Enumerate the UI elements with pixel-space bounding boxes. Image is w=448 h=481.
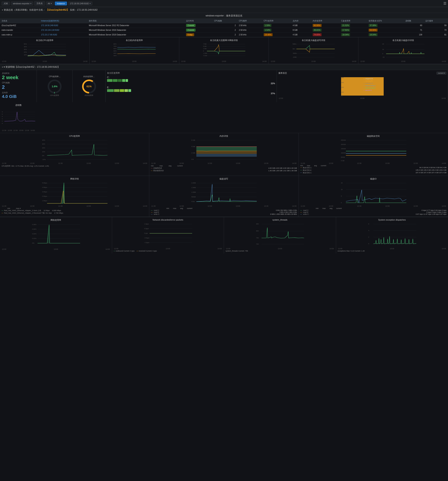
svg-text:20: 20 [382,43,384,45]
svg-text:62: 62 [2,118,3,119]
net-util-title: 网络使用率 [1,219,110,222]
stats-panel: 启动时长 2 week CPU核数 2 总内存 4.0 GiB [0,70,37,102]
diskrw-overview-title: 各主机最大磁盘读写详情 [270,39,357,42]
svg-text:0.5pps: 0.5pps [144,228,149,229]
cell-cpu-freq: 2.50 kHz [237,32,262,37]
svg-text:68: 68 [2,111,3,112]
diskio-overview-xaxis: 12:0013:0014:00 [360,60,447,62]
col-processes: 进程数 [404,19,424,23]
col-cpu-cores: CPU核数 [213,19,237,23]
svg-text:2 Mbps: 2 Mbps [42,195,47,197]
cpu-detail-legend: CPU使用率: Min: -0.7% Max: 30.9% Avg: 1.2% … [1,165,147,167]
svg-text:140: 140 [341,82,344,83]
partition-panel: 各分区使用率 C: 22% E: 37% [106,70,277,102]
mem-overview-svg: 80% 70% 60% 50% 40% 30% [91,43,178,60]
svg-text:250GB: 250GB [341,139,346,141]
diskrw-overview-svg: 5MB/s 0B/s -5MB/s -10MB [270,43,357,60]
cell-hostname: cass-mdm-p [0,32,39,37]
disk-free-legend-3: —剩余空间 C: 107.4 GB 107.4 GB 107.4 GB 107.… [300,172,447,174]
svg-text:750: 750 [256,237,259,239]
section1-header-text: 资源总览（关联JOB项）当前选中主机： [4,8,45,12]
job-button[interactable]: JOB [1,1,10,5]
disk-free-title: 磁盘剩余空间 [300,135,447,138]
cpu-cores-value: 2 [2,84,35,90]
instance-button[interactable]: instance [55,1,67,5]
sys-threads-xaxis: 12:0013:0014:00 [225,248,334,250]
net-overview-chart: 各主机最大流量网卡网络详情 7.5M 5.0M 2.5M 0 -2.5M -5.… [179,37,269,64]
cpu-gauge-title: CPU使用率... [49,75,60,78]
svg-text:50%: 50% [24,43,27,45]
svg-text:4 GiB: 4 GiB [191,146,195,147]
cell-os: Microsoft Windows Server 2016 Datacenter [87,28,185,32]
section1-header: ▾ 资源总览（关联JOB项）当前选中主机： 【iZozz1np2tdr45Z】 … [0,7,448,13]
service-dropdown[interactable]: current ▾ [437,72,446,75]
svg-text:5.0M: 5.0M [203,45,206,47]
ram-label: 总内存 [2,91,35,94]
detail-section-header: ▾ ▾ 资源明细【iZozz1np2tdr45Z：172.18.50.249:9… [0,64,448,70]
network-chart: 网络详情 5 Mbps 4 Mbps 3 Mbps 2 Mbps 1 Mbps … [0,176,149,217]
processes-title: 进程数 [1,104,35,107]
partition-c-pct: 22% [107,82,275,84]
service-xaxis: 12:0013:0014:00 [278,97,447,99]
service-state-title: 服务状态 [278,72,287,75]
svg-text:5MB/s: 5MB/s [293,43,296,45]
cell-instance[interactable]: 172.19.134.118:9182 [39,28,87,32]
disk-io-legend-3: —write C: 0.97 iops 11.97 iops 1.09 iops… [300,213,447,215]
cell-uptime: 5 day [185,32,213,37]
svg-text:15: 15 [341,182,342,184]
cell-instance[interactable]: 172.23.17.66:9182 [39,32,87,37]
cell-instance[interactable]: 172.18.50.249:9182 [39,23,87,28]
col-os: 操作系统 [87,19,185,23]
mem-legend-2: —剩余物理内存 1.45 GiB 1.65 GiB 1.61 GiB 1.56 … [151,170,297,172]
cell-uptime: 2 week [185,28,213,32]
svg-text:0B/s: 0B/s [293,48,295,50]
svg-text:160: 160 [341,77,344,79]
svg-text:— unknown 0: — unknown 0 [363,83,373,84]
uptime-label: 启动时长 [2,72,35,75]
cell-hostname: iZozz1np2tdr45Z [0,23,39,28]
svg-text:100: 100 [341,91,344,93]
col-instance[interactable]: instance(连接到时间) [39,19,87,23]
summary-title: windows-exporter：服务器资源总览 [0,13,448,19]
summary-table: 主机名 instance(连接到时间) 操作系统 运行时间 CPU核数 CPU频… [0,19,448,37]
network-legend-2: — Red_Hat_VirtIO_Ethernet_Adapter_2-Rece… [1,212,147,214]
ram-value: 4.0 GiB [2,94,35,99]
cpu-detail-svg: 40% 30% 20% 10% 0% -10% [1,138,147,162]
svg-text:0.04%: 0.04% [32,233,37,235]
cell-max-pct: 37.08% [367,23,404,28]
disk-rw-svg: 2.0MB 1.5MB 1.0MB 500kB 0 B/s [151,181,297,204]
sys-threads-title: system_threads [225,219,334,221]
all-dropdown[interactable]: All [46,1,54,5]
network-title: 网络详情 [1,177,147,180]
instance-value-dropdown[interactable]: 172.18.50.249:9182 [68,1,92,5]
svg-text:— stopped 91: — stopped 91 [363,78,373,80]
diskio-overview-svg: 20 10 0 -10 [360,43,447,60]
menu-icon[interactable]: ☰ [443,1,447,6]
cell-hostname: mdm-transfer [0,28,39,32]
ram-stat: 总内存 4.0 GiB [2,91,35,99]
svg-text:61%: 61% [86,85,91,88]
svg-text:100GB: 100GB [341,152,346,154]
instance-value: 172.18.50.249:9182 [70,2,89,5]
disk-free-chart: 磁盘剩余空间 250GB 200GB 150GB 100GB 50GB 0 GB… [299,133,448,176]
partition-title: 各分区使用率 [107,72,275,75]
svg-text:-10: -10 [382,56,385,58]
diskrw-overview-chart: 各主机最大磁盘读写详情 5MB/s 0B/s -5MB/s -10MB 12:0… [269,37,358,64]
svg-text:0%: 0% [42,155,44,157]
bottom-charts-row: 网络使用率 0.08% 0.06% 0.04% 0.02% 0% 12:0013… [0,217,448,254]
hostname-button[interactable]: 主机名 [34,1,45,6]
network-svg: 5 Mbps 4 Mbps 3 Mbps 2 Mbps 1 Mbps [1,181,147,204]
cell-ram: 8 GiB [291,28,311,32]
svg-text:30%: 30% [113,55,116,57]
col-running: 运行服务 [424,19,448,23]
svg-text:40%: 40% [24,46,27,48]
net-discard-chart: Network discarded/error packets 1.0pps 0… [112,217,224,254]
toolbar: JOB windows-exporter 主机名 All instance 17… [0,0,448,7]
disk-rw-title: 磁盘读写 [151,177,297,180]
svg-text:— paused 0: — paused 0 [363,89,372,91]
mem-overview-chart: 各主机内存使用率 80% 70% 60% 50% 40% 30% 12:0013… [90,37,179,64]
svg-text:-0.5pps: -0.5pps [144,237,149,239]
exporter-dropdown[interactable]: windows-exporter [11,1,33,5]
net-discard-svg: 1.0pps 0.5pps 0 pps -0.5pps -1.0pps [114,222,223,247]
svg-text:80: 80 [341,95,343,97]
